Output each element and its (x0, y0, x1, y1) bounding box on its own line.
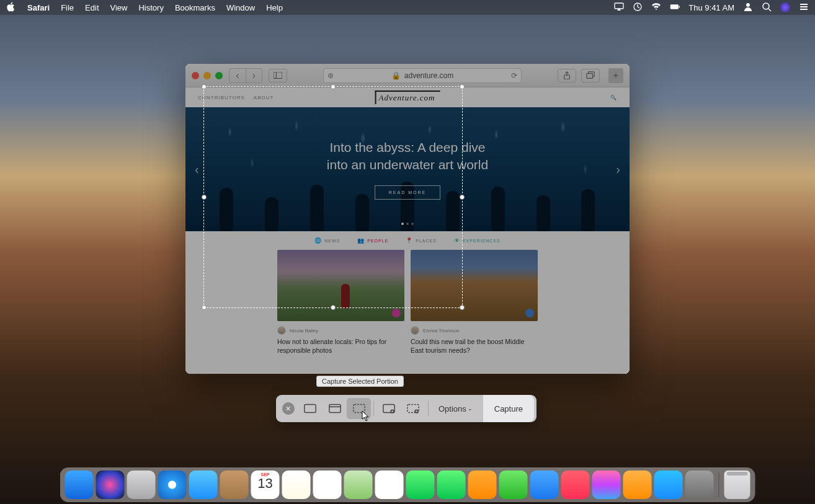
dock-app-reminders[interactable] (313, 471, 342, 499)
carousel-next[interactable]: › (616, 162, 620, 177)
dock: SEP13 (60, 467, 755, 502)
menu-window[interactable]: Window (226, 3, 255, 12)
close-button[interactable] (192, 72, 199, 79)
svg-rect-0 (615, 3, 623, 9)
dock-trash[interactable] (724, 471, 750, 499)
menu-view[interactable]: View (110, 3, 128, 12)
cursor-icon (362, 410, 370, 424)
dock-app-numbers[interactable] (499, 471, 528, 499)
resize-handle[interactable] (331, 84, 336, 89)
article-headline: How not to alienate locals: Pro tips for… (277, 337, 404, 355)
resize-handle[interactable] (331, 305, 336, 310)
spotlight-icon[interactable] (762, 2, 772, 14)
tooltip: Capture Selected Portion (316, 376, 404, 387)
capture-selected-window[interactable] (323, 398, 347, 419)
dock-app-calendar[interactable]: SEP13 (251, 471, 280, 499)
dock-app-news[interactable] (561, 471, 590, 499)
site-search-icon[interactable]: 🔍 (610, 95, 617, 100)
close-toolbar-button[interactable]: ✕ (282, 402, 295, 415)
avatar (277, 326, 286, 335)
dock-app-facetime[interactable] (437, 471, 466, 499)
separator (428, 401, 429, 416)
airplay-icon[interactable] (614, 2, 624, 14)
svg-rect-2 (670, 4, 679, 9)
menubar: Safari File Edit View History Bookmarks … (0, 0, 815, 15)
dock-app-notes[interactable] (282, 471, 311, 499)
svg-point-21 (391, 410, 393, 412)
menu-help[interactable]: Help (266, 3, 283, 12)
clock[interactable]: Thu 9:41 AM (688, 3, 734, 12)
lock-icon: 🔒 (391, 71, 401, 80)
screenshot-toolbar: ✕ Options⌄ Capture (276, 395, 537, 422)
app-name[interactable]: Safari (27, 3, 50, 12)
dock-app-pages[interactable] (468, 471, 497, 499)
url-text: adventure.com (404, 71, 453, 80)
dock-separator (719, 472, 719, 497)
forward-button[interactable]: › (246, 69, 262, 82)
battery-icon[interactable] (670, 2, 680, 14)
user-icon[interactable] (743, 2, 753, 14)
author-name: Emma Thomson (423, 328, 460, 334)
chevron-down-icon: ⌄ (468, 405, 473, 412)
fullscreen-button[interactable] (215, 72, 223, 79)
apple-menu[interactable] (6, 2, 16, 14)
dock-app-maps[interactable] (344, 471, 373, 499)
dock-app-launchpad[interactable] (127, 471, 156, 499)
siri-status-icon[interactable] (780, 2, 790, 12)
resize-handle[interactable] (202, 305, 207, 310)
nav-buttons: ‹ › (229, 68, 262, 83)
resize-handle[interactable] (460, 305, 465, 310)
traffic-lights (192, 72, 223, 79)
capture-button[interactable]: Capture (483, 395, 534, 422)
capture-entire-screen[interactable] (298, 398, 323, 419)
menu-history[interactable]: History (138, 3, 163, 12)
svg-rect-16 (329, 405, 340, 413)
dock-app-messages[interactable] (406, 471, 435, 499)
new-tab-button[interactable]: + (608, 68, 623, 83)
svg-rect-14 (587, 74, 593, 79)
site-settings-icon[interactable]: ⊕ (327, 71, 334, 80)
dock-app-photos[interactable] (375, 471, 404, 499)
svg-rect-7 (800, 4, 808, 5)
avatar (411, 326, 419, 335)
dock-app-itunes[interactable] (592, 471, 621, 499)
notification-center-icon[interactable] (799, 2, 809, 14)
author-name: Nicola Bailey (290, 328, 318, 334)
resize-handle[interactable] (460, 84, 465, 89)
menu-bookmarks[interactable]: Bookmarks (175, 3, 215, 12)
menu-edit[interactable]: Edit (85, 3, 99, 12)
timemachine-icon[interactable] (633, 2, 643, 14)
resize-handle[interactable] (202, 195, 207, 200)
safari-titlebar: ‹ › ⊕ 🔒 adventure.com ⟳ + (185, 64, 630, 87)
tabs-button[interactable] (581, 69, 600, 82)
svg-rect-15 (305, 405, 316, 413)
carousel-prev[interactable]: ‹ (195, 162, 199, 177)
screenshot-selection[interactable] (203, 86, 463, 308)
reload-button[interactable]: ⟳ (511, 71, 517, 80)
dock-app-safari[interactable] (158, 471, 187, 499)
dock-app-preferences[interactable] (685, 471, 714, 499)
record-entire-screen[interactable] (376, 398, 401, 419)
dock-app-siri[interactable] (96, 471, 125, 499)
badge-icon (525, 309, 534, 317)
dock-app-finder[interactable] (65, 471, 94, 499)
record-selected-portion[interactable] (401, 398, 425, 419)
share-button[interactable] (558, 69, 576, 82)
dock-app-contacts[interactable] (220, 471, 249, 499)
resize-handle[interactable] (460, 195, 465, 200)
address-bar[interactable]: ⊕ 🔒 adventure.com ⟳ (323, 68, 522, 83)
dock-app-appstore[interactable] (654, 471, 683, 499)
dock-app-keynote[interactable] (530, 471, 559, 499)
dock-app-mail[interactable] (189, 471, 218, 499)
back-button[interactable]: ‹ (229, 69, 246, 82)
wifi-icon[interactable] (651, 2, 661, 14)
options-menu[interactable]: Options⌄ (431, 404, 480, 413)
minimize-button[interactable] (203, 72, 211, 79)
sidebar-button[interactable] (269, 69, 287, 82)
svg-point-4 (746, 3, 750, 7)
menu-file[interactable]: File (61, 3, 74, 12)
svg-rect-8 (800, 6, 808, 7)
resize-handle[interactable] (202, 84, 207, 89)
dock-app-ibooks[interactable] (623, 471, 652, 499)
svg-point-24 (416, 410, 418, 412)
